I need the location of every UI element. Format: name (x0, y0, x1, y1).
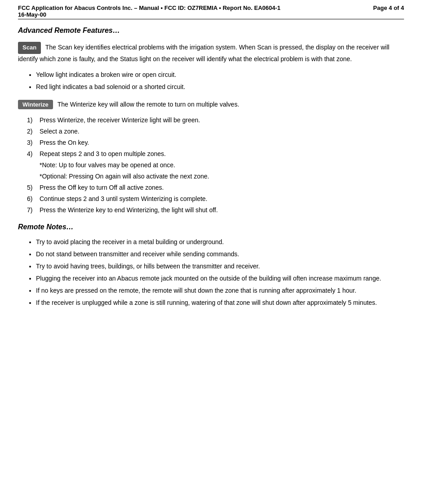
list-item: 6) Continue steps 2 and 3 until system W… (27, 194, 404, 204)
winterize-button[interactable]: Winterize (18, 100, 53, 109)
header-left: FCC Application for Abacus Controls Inc.… (18, 4, 280, 18)
list-item: Plugging the receiver into an Abacus rem… (36, 274, 404, 283)
remote-notes-list: Try to avoid placing the receiver in a m… (36, 237, 404, 308)
scan-button[interactable]: Scan (18, 42, 41, 54)
list-item: If the receiver is unplugged while a zon… (36, 298, 404, 308)
list-item-note2: *Optional: Pressing On again will also a… (40, 172, 404, 181)
scan-bullet-list: Yellow light indicates a broken wire or … (36, 70, 404, 92)
header-divider (18, 19, 404, 19)
list-item: 5) Press the Off key to turn Off all act… (27, 183, 404, 192)
page-container: FCC Application for Abacus Controls Inc.… (0, 0, 422, 504)
remote-notes-title: Remote Notes… (18, 223, 404, 231)
section-title: Advanced Remote Features… (18, 27, 404, 35)
winterize-intro: Winterize The Winterize key will allow t… (18, 100, 404, 109)
header-date: 16-May-00 (18, 11, 280, 18)
scan-description: Scan The Scan key identifies electrical … (18, 42, 404, 64)
list-item: Yellow light indicates a broken wire or … (36, 70, 404, 80)
scan-section: Scan The Scan key identifies electrical … (18, 42, 404, 64)
list-item: Do not stand between transmitter and rec… (36, 250, 404, 259)
list-item: 3) Press the On key. (27, 138, 404, 147)
winterize-description: The Winterize key will allow the remote … (58, 100, 240, 109)
winterize-section: Winterize The Winterize key will allow t… (18, 100, 404, 109)
list-item: 7) Press the Winterize key to end Winter… (27, 205, 404, 215)
list-item: 2) Select a zone. (27, 127, 404, 136)
list-item: If no keys are pressed on the remote, th… (36, 286, 404, 295)
list-item: Red light indicates a bad solenoid or a … (36, 82, 404, 92)
list-item: Try to avoid having trees, buildings, or… (36, 262, 404, 271)
winterize-steps-list: 1) Press Winterize, the receiver Winteri… (27, 116, 404, 215)
list-item-note1: *Note: Up to four valves may be opened a… (40, 161, 404, 170)
list-item: 1) Press Winterize, the receiver Winteri… (27, 116, 404, 125)
header-page: Page 4 of 4 (373, 4, 404, 11)
list-item: 4) Repeat steps 2 and 3 to open multiple… (27, 149, 404, 159)
header-title: FCC Application for Abacus Controls Inc.… (18, 4, 280, 11)
list-item: Try to avoid placing the receiver in a m… (36, 237, 404, 247)
page-header: FCC Application for Abacus Controls Inc.… (18, 4, 404, 18)
